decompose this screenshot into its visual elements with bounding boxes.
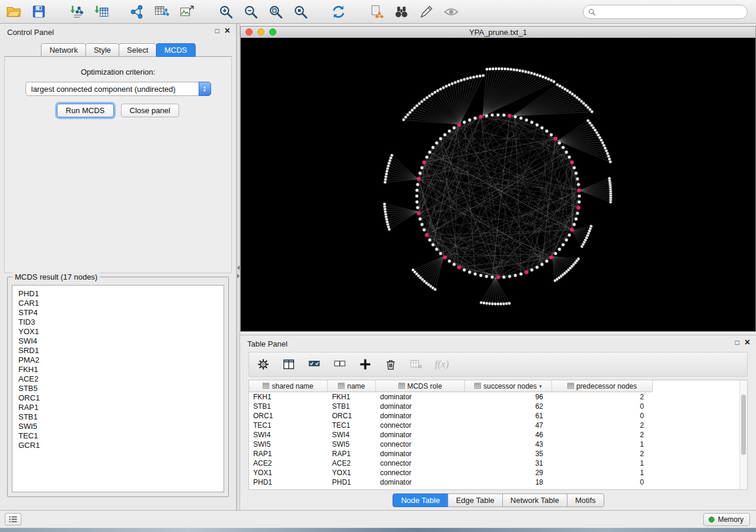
table-row[interactable]: ACE2ACE2connector311	[249, 459, 747, 468]
close-panel-icon[interactable]: ×	[225, 25, 230, 36]
table-row[interactable]: FKH1FKH1dominator962	[249, 392, 747, 402]
show-columns-button[interactable]	[280, 356, 297, 373]
network-from-table-button[interactable]	[153, 3, 171, 21]
apply-layout-button[interactable]	[330, 3, 347, 21]
zoom-out-button[interactable]	[242, 3, 260, 21]
tab-motifs[interactable]: Motifs	[567, 493, 604, 507]
search-input[interactable]	[599, 6, 747, 18]
clone-network-icon	[369, 4, 384, 20]
criterion-dropdown[interactable]: largest connected component (undirected)…	[25, 82, 211, 96]
table-cell: SWI5	[249, 440, 328, 448]
splitter-collapse-left-icon[interactable]	[237, 265, 240, 270]
table-row[interactable]: SWI4SWI4dominator462	[249, 430, 747, 440]
mcds-result-groupbox: MCDS result (17 nodes) PHD1CAR1STP4TID3Y…	[7, 277, 229, 497]
table-cell: 43	[465, 440, 552, 448]
annotation-button[interactable]	[417, 3, 435, 21]
table-cell: connector	[376, 459, 465, 467]
table-close-icon[interactable]: ×	[745, 337, 750, 348]
mcds-result-item[interactable]: ORC1	[18, 393, 224, 403]
table-row[interactable]: RAP1RAP1dominator352	[249, 449, 747, 459]
tab-mcds[interactable]: MCDS	[156, 43, 195, 57]
mcds-result-item[interactable]: SRD1	[18, 346, 224, 355]
gear-icon	[257, 358, 270, 371]
table-row[interactable]: TEC1TEC1connector472	[249, 421, 747, 430]
table-row[interactable]: YOX1YOX1connector291	[249, 468, 747, 477]
column-settings-button[interactable]	[255, 356, 272, 373]
optimization-criterion-label: Optimization criterion:	[5, 68, 231, 76]
mcds-result-item[interactable]: GCR1	[18, 441, 224, 450]
table-float-icon[interactable]: □	[735, 338, 739, 347]
zoom-selected-button[interactable]	[292, 3, 310, 21]
table-row[interactable]: STB1STB1dominator620	[249, 402, 747, 411]
table-cell: ACE2	[328, 459, 376, 467]
panel-menu-button[interactable]	[5, 513, 21, 525]
tab-edge-table[interactable]: Edge Table	[448, 493, 503, 507]
network-canvas[interactable]	[241, 38, 755, 331]
mcds-result-item[interactable]: PMA2	[18, 355, 224, 365]
run-mcds-button[interactable]: Run MCDS	[57, 104, 114, 117]
mcds-result-item[interactable]: TID3	[18, 318, 224, 327]
save-session-button[interactable]	[30, 3, 47, 21]
column-sort-icon	[474, 383, 481, 389]
search-network-button[interactable]	[393, 3, 410, 21]
table-cell: YOX1	[328, 469, 376, 477]
mcds-result-item[interactable]: PHD1	[18, 289, 224, 299]
mcds-result-item[interactable]: RAP1	[18, 403, 224, 412]
open-file-button[interactable]	[5, 3, 23, 21]
memory-button[interactable]: Memory	[703, 513, 750, 526]
table-row[interactable]: ORC1ORC1dominator610	[249, 411, 747, 421]
delete-table-button[interactable]	[408, 356, 425, 373]
table-scrollbar[interactable]	[739, 380, 747, 489]
mcds-result-item[interactable]: SWI4	[18, 336, 224, 346]
close-panel-button[interactable]: Close panel	[121, 104, 180, 117]
column-label: successor nodes	[483, 382, 537, 390]
mcds-result-item[interactable]: STB1	[18, 412, 224, 422]
table-toolbar: f(x)	[248, 352, 748, 377]
new-network-button[interactable]	[128, 3, 146, 21]
import-table-button[interactable]	[92, 3, 110, 21]
sort-arrow-icon[interactable]: ▾	[539, 383, 542, 389]
mcds-result-item[interactable]: CAR1	[18, 299, 224, 308]
column-header-shared-name[interactable]: shared name	[249, 380, 328, 392]
add-column-button[interactable]	[357, 356, 374, 373]
mcds-result-item[interactable]: FKH1	[18, 365, 224, 374]
column-header-name[interactable]: name	[328, 380, 376, 392]
tab-select[interactable]: Select	[119, 43, 157, 57]
zoom-fit-button[interactable]	[267, 3, 285, 21]
mcds-result-item[interactable]: TEC1	[18, 431, 224, 441]
table-row[interactable]: SWI5SWI5connector431	[249, 440, 747, 449]
select-all-button[interactable]	[306, 356, 323, 373]
zoom-selected-icon	[293, 4, 308, 20]
scrollbar-thumb[interactable]	[741, 395, 746, 455]
clone-network-button[interactable]	[368, 3, 385, 21]
network-window: YPA_prune.txt_1	[240, 26, 756, 332]
show-hide-details-button[interactable]	[442, 3, 460, 21]
mcds-result-item[interactable]: SWI5	[18, 422, 224, 431]
mcds-result-item[interactable]: STB5	[18, 384, 224, 393]
tab-style[interactable]: Style	[85, 43, 119, 57]
search-box	[583, 5, 748, 19]
tab-network-table[interactable]: Network Table	[502, 493, 567, 507]
mcds-result-item[interactable]: YOX1	[18, 327, 224, 336]
splitter-collapse-right-icon[interactable]	[237, 274, 240, 278]
column-header-predecessor-nodes[interactable]: predecessor nodes	[552, 380, 653, 392]
float-panel-icon[interactable]: □	[215, 27, 219, 35]
delete-column-button[interactable]	[382, 356, 399, 373]
table-cell: 31	[465, 459, 552, 467]
import-network-button[interactable]	[68, 3, 85, 21]
node-table: shared namenameMCDS rolesuccessor nodes▾…	[248, 380, 748, 490]
export-image-button[interactable]	[178, 3, 196, 21]
mcds-result-item[interactable]: ACE2	[18, 374, 224, 384]
column-header-successor-nodes[interactable]: successor nodes▾	[465, 380, 552, 392]
zoom-in-button[interactable]	[217, 3, 235, 21]
mcds-result-item[interactable]: STP4	[18, 308, 224, 318]
function-builder-button[interactable]: f(x)	[433, 356, 450, 373]
tab-network[interactable]: Network	[41, 43, 86, 57]
deselect-all-button[interactable]	[331, 356, 348, 373]
table-panel-title: Table Panel	[247, 339, 288, 348]
table-row[interactable]: PHD1PHD1dominator180	[249, 477, 747, 487]
tab-node-table[interactable]: Node Table	[393, 493, 448, 507]
table-cell: 1	[552, 459, 653, 467]
column-header-MCDS-role[interactable]: MCDS role	[376, 380, 465, 392]
control-panel-title: Control Panel	[7, 28, 54, 37]
